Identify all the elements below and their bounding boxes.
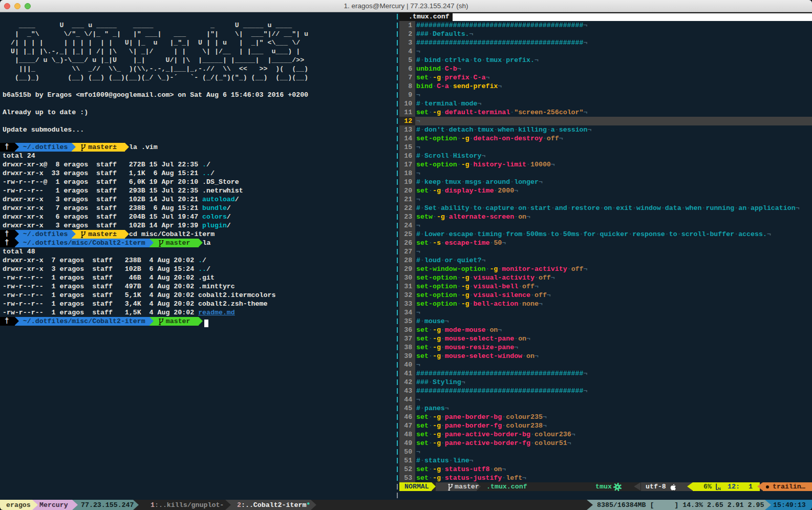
svg-text:N: N <box>718 486 721 490</box>
